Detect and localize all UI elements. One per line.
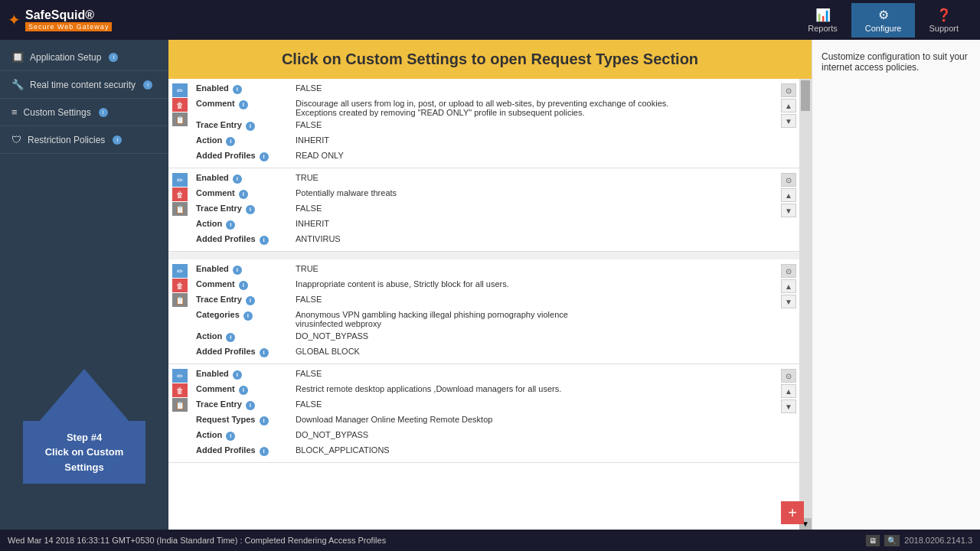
header: ✦ SafeSquid® Secure Web Gateway 📊 Report… — [0, 0, 980, 40]
settings-ctrl-2[interactable]: ⊙ — [781, 173, 796, 187]
field-row: Comment i Discourage all users from log … — [191, 97, 778, 119]
nav-configure[interactable]: ⚙ Configure — [851, 3, 916, 37]
down-ctrl-4[interactable]: ▼ — [781, 399, 796, 413]
delete-button-2[interactable]: 🗑 — [172, 187, 188, 201]
support-icon: ❓ — [936, 8, 952, 22]
sidebar-item-restriction-policies[interactable]: 🛡 Restriction Policies i — [0, 126, 168, 154]
edit-button-3[interactable]: ✏ — [172, 264, 188, 278]
status-screen-icon[interactable]: 🖥 — [866, 535, 880, 546]
copy-button-2[interactable]: 📋 — [172, 202, 188, 216]
edit-button-1[interactable]: ✏ — [172, 83, 188, 97]
delete-button-3[interactable]: 🗑 — [172, 279, 188, 292]
down-ctrl-2[interactable]: ▼ — [781, 204, 796, 217]
support-label: Support — [929, 24, 959, 33]
info-icon: i — [233, 174, 242, 184]
field-label: Categories i — [196, 310, 296, 321]
nav-support[interactable]: ❓ Support — [915, 3, 972, 37]
nav-reports[interactable]: 📊 Reports — [794, 3, 851, 37]
fields-2: Enabled i TRUE Comment i Potentially mal… — [191, 171, 778, 248]
delete-button-4[interactable]: 🗑 — [172, 383, 188, 397]
field-value: Restrict remote desktop applications ,Do… — [296, 384, 773, 393]
scrollbar-v[interactable]: ▼ — [799, 79, 812, 530]
field-label: Comment i — [196, 279, 296, 290]
header-nav: 📊 Reports ⚙ Configure ❓ Support — [794, 3, 972, 37]
field-label: Enabled i — [196, 173, 296, 184]
down-ctrl-3[interactable]: ▼ — [781, 295, 796, 308]
field-label: Trace Entry i — [196, 295, 296, 305]
copy-button-3[interactable]: 📋 — [172, 293, 188, 307]
sidebar-item-application-setup[interactable]: 🔲 Application Setup i — [0, 44, 168, 71]
field-label: Enabled i — [196, 369, 296, 380]
configure-label: Configure — [865, 24, 902, 33]
info-icon: i — [239, 100, 248, 109]
row-buttons-3: ✏ 🗑 📋 — [168, 262, 191, 308]
field-row: Enabled i FALSE — [191, 367, 778, 383]
field-value: DO_NOT_BYPASS — [296, 430, 773, 439]
field-row: Enabled i TRUE — [191, 171, 778, 187]
reports-icon: 📊 — [815, 8, 831, 22]
right-controls-3: ⊙ ▲ ▼ — [778, 262, 799, 310]
field-value: FALSE — [296, 295, 773, 304]
field-value: INHERIT — [296, 219, 773, 228]
delete-button-1[interactable]: 🗑 — [172, 98, 188, 112]
down-ctrl-1[interactable]: ▼ — [781, 114, 796, 128]
up-ctrl-1[interactable]: ▲ — [781, 99, 796, 112]
right-panel: Customize configuration to suit your int… — [812, 40, 980, 530]
logo-area: ✦ SafeSquid® Secure Web Gateway — [8, 8, 112, 31]
sidebar-item-realtime[interactable]: 🔧 Real time content security i — [0, 71, 168, 99]
policy-block-4: ✏ 🗑 📋 Enabled i FALSE Comment i Res — [168, 364, 799, 463]
copy-button-1[interactable]: 📋 — [172, 112, 188, 126]
info-icon: i — [239, 190, 248, 199]
copy-button-4[interactable]: 📋 — [172, 398, 188, 412]
fields-3: Enabled i TRUE Comment i Inappropriate c… — [191, 262, 778, 360]
up-ctrl-4[interactable]: ▲ — [781, 384, 796, 398]
edit-button-4[interactable]: ✏ — [172, 369, 188, 383]
step-line1: Step #4 — [31, 430, 138, 445]
field-label: Trace Entry i — [196, 120, 296, 131]
fields-4: Enabled i FALSE Comment i Restrict remot… — [191, 367, 778, 459]
field-value: Anonymous VPN gambling hacking illegal p… — [296, 310, 773, 328]
field-value: BLOCK_APPLICATIONS — [296, 445, 773, 455]
custom-settings-label: Custom Settings — [24, 107, 91, 118]
settings-ctrl-3[interactable]: ⊙ — [781, 264, 796, 278]
field-value: INHERIT — [296, 135, 773, 145]
field-label: Action i — [196, 430, 296, 441]
policy-row-3: ✏ 🗑 📋 Enabled i TRUE Comment i Inap — [168, 262, 799, 360]
add-button[interactable]: + — [781, 501, 804, 524]
field-row: Trace Entry i FALSE — [191, 119, 778, 134]
main-layout: 🔲 Application Setup i 🔧 Real time conten… — [0, 40, 980, 530]
info-icon: i — [239, 281, 248, 290]
up-ctrl-2[interactable]: ▲ — [781, 188, 796, 202]
policy-row-4: ✏ 🗑 📋 Enabled i FALSE Comment i Res — [168, 367, 799, 459]
edit-button-2[interactable]: ✏ — [172, 173, 188, 187]
sidebar-item-custom-settings[interactable]: ≡ Custom Settings i — [0, 99, 168, 126]
field-row: Enabled i TRUE — [191, 262, 778, 278]
field-row: Enabled i FALSE — [191, 82, 778, 97]
field-label: Action i — [196, 219, 296, 230]
row-buttons-4: ✏ 🗑 📋 — [168, 367, 191, 413]
field-row: Added Profiles i GLOBAL BLOCK — [191, 345, 778, 360]
field-value: FALSE — [296, 83, 773, 93]
scroll-thumb — [801, 80, 810, 111]
banner: Click on Custom Settings to open Request… — [168, 40, 812, 79]
realtime-label: Real time content security — [30, 80, 136, 90]
field-row: Action i INHERIT — [191, 217, 778, 233]
field-value: Potentially malware threats — [296, 188, 773, 197]
field-label: Request Types i — [196, 415, 296, 425]
info-icon: i — [260, 416, 269, 425]
info-icon: i — [246, 122, 255, 131]
field-value: GLOBAL BLOCK — [296, 347, 773, 356]
field-label: Action i — [196, 135, 296, 146]
policy-block-1: ✏ 🗑 📋 Enabled i FALSE Comment i Dis — [168, 79, 799, 168]
right-controls-2: ⊙ ▲ ▼ — [778, 171, 799, 219]
row-buttons-2: ✏ 🗑 📋 — [168, 171, 191, 217]
field-label: Comment i — [196, 188, 296, 199]
info-icon: i — [260, 236, 269, 245]
table-area[interactable]: ✏ 🗑 📋 Enabled i FALSE Comment i Dis — [168, 79, 799, 530]
field-row: Added Profiles i ANTIVIRUS — [191, 233, 778, 248]
status-search-icon[interactable]: 🔍 — [884, 535, 900, 546]
field-row: Action i INHERIT — [191, 134, 778, 149]
settings-ctrl-1[interactable]: ⊙ — [781, 83, 796, 97]
up-ctrl-3[interactable]: ▲ — [781, 279, 796, 293]
settings-ctrl-4[interactable]: ⊙ — [781, 369, 796, 383]
